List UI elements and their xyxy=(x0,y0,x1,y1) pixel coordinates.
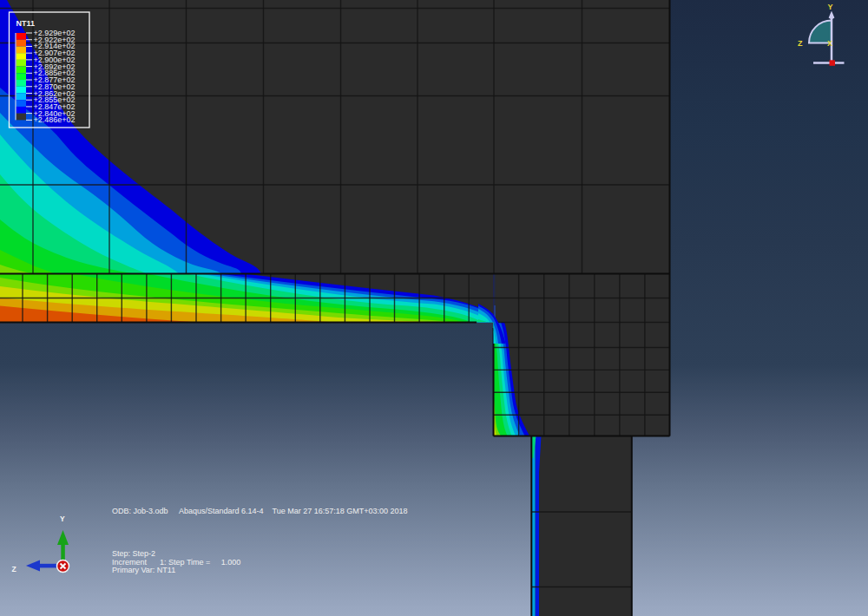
svg-text:Y: Y xyxy=(60,514,65,523)
svg-text:Increment 1: Step Time =: Increment 1: Step Time = 1.000 xyxy=(112,558,240,567)
svg-text:NT11: NT11 xyxy=(16,19,36,28)
svg-text:X: X xyxy=(827,39,832,48)
svg-text:ODB: Job-3.odb Abaqus/Stan: ODB: Job-3.odb Abaqus/Standard 6.14-4 Tu… xyxy=(112,507,408,515)
svg-text:Y: Y xyxy=(828,3,833,11)
svg-text:Primary Var: NT11: Primary Var: NT11 xyxy=(112,566,175,574)
svg-text:Z: Z xyxy=(798,39,803,48)
svg-text:Step: Step-2: Step: Step-2 xyxy=(112,549,155,558)
svg-text:+2.486e+02: +2.486e+02 xyxy=(34,115,76,124)
svg-text:Z: Z xyxy=(12,565,16,573)
